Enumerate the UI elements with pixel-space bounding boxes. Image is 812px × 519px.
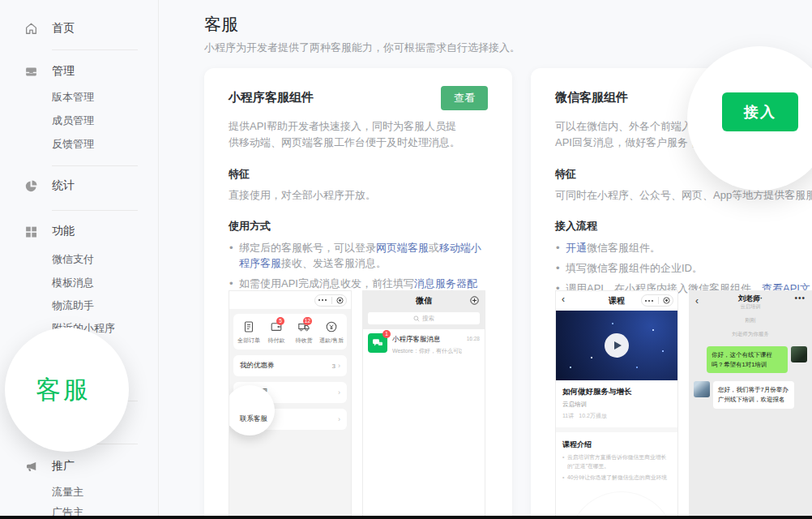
card-miniprogram-service: 小程序客服组件 查看 提供API帮助开发者快速接入，同时为客服人员提 供移动端、… — [204, 68, 512, 519]
usage-heading: 使用方式 — [229, 219, 488, 234]
visitor-bubble: 你好，这个有线下课程吗？希望有1对1培训 — [707, 346, 788, 373]
features-text: 直接使用，对全部小程序开放。 — [229, 188, 488, 203]
sidebar-item-template-message[interactable]: 模板消息 — [52, 275, 94, 291]
pie-chart-icon — [24, 179, 38, 193]
action-all-orders: 全部订单 — [235, 320, 263, 345]
card-title: 微信客服组件 — [555, 86, 628, 105]
service-message-avatar: 1 — [368, 333, 387, 353]
agent-bubble: 您好，我们将于7月份举办广州线下培训，欢迎报名 — [713, 381, 794, 408]
mock-course-screenshot: ‹ 课程 如何做好服务与增长 — [555, 290, 678, 519]
sidebar-item-traffic-owner[interactable]: 流量主 — [52, 484, 83, 500]
action-to-receive: 12 待收货 — [290, 320, 318, 345]
sidebar-item-home[interactable]: 首页 — [0, 19, 75, 37]
close-capsule-icon — [663, 297, 670, 304]
join-button[interactable]: 接入 — [722, 92, 798, 131]
course-intro-bullet: 云启培训官方直播告诉你微信里商业增长的“正道”在哪里。 — [556, 453, 677, 470]
course-intro-bullet: 40分钟让你迅速了解微信生态的商业环境 — [556, 474, 677, 483]
sidebar-item-promotion[interactable]: 推广 — [0, 457, 75, 475]
badge: 5 — [276, 317, 284, 325]
chat-time: 16:28 — [467, 336, 480, 355]
add-icon — [470, 296, 479, 305]
list-item-coupons: 我的优惠券 3› — [233, 355, 347, 376]
flow-item: 填写微信客服组件的企业ID。 — [555, 260, 812, 276]
mock-orders-screenshot: 全部订单 5 待付款 12 待收货 — [229, 290, 352, 519]
megaphone-icon — [24, 460, 38, 474]
sidebar-item-features[interactable]: 功能 — [0, 222, 75, 240]
page-subtitle: 小程序为开发者提供了两种客服能力，你可根据需求自行选择接入。 — [204, 41, 520, 55]
more-icon: ••• — [794, 294, 806, 302]
flow-item: 开通微信客服组件。 — [555, 240, 812, 255]
more-dots-icon — [318, 298, 327, 302]
open-service-link[interactable]: 开通 — [566, 242, 587, 254]
visitor-avatar — [791, 346, 807, 362]
page-title: 客服 — [204, 13, 238, 36]
card-description: 提供API帮助开发者快速接入，同时为客服人员提 供移动端、网页端客服工作台便于及… — [229, 118, 488, 151]
sidebar-item-label: 统计 — [52, 178, 75, 193]
back-icon: ‹ — [695, 295, 699, 307]
flow-heading: 接入流程 — [555, 219, 812, 234]
card-title: 小程序客服组件 — [229, 86, 314, 105]
sidebar: 首页 管理 版本管理 成员管理 反馈管理 统计 功能 微信支付 模板消息 物流助… — [0, 0, 159, 519]
sidebar-item-customer-service[interactable]: 客服 — [36, 373, 91, 407]
view-button[interactable]: 查看 — [441, 86, 488, 110]
close-capsule-icon — [336, 297, 344, 304]
sidebar-item-label: 首页 — [52, 21, 75, 36]
inbox-icon — [24, 65, 38, 79]
chevron-right-icon: › — [338, 362, 340, 370]
sidebar-divider — [52, 165, 138, 166]
mock-chat-screenshot: ‹ 刘老师· 云启培训 ••• 刚刚 刘老师为你服务 你好，这个有线下课程吗？希… — [689, 290, 812, 519]
agent-org: 云启培训 — [740, 303, 760, 311]
sidebar-item-label: 功能 — [52, 224, 75, 238]
course-header: ‹ 课程 — [556, 291, 677, 311]
features-text: 可同时在小程序、公众号、网页、App等地方提供客服服务。 — [555, 188, 812, 203]
search-icon — [413, 315, 420, 322]
sidebar-item-stats[interactable]: 统计 — [0, 177, 75, 195]
chevron-right-icon: › — [338, 388, 340, 397]
sidebar-item-feedback-manage[interactable]: 反馈管理 — [52, 136, 94, 152]
sidebar-item-version-manage[interactable]: 版本管理 — [52, 89, 94, 105]
video-thumbnail — [556, 311, 677, 380]
sidebar-item-wechat-pay[interactable]: 微信支付 — [52, 251, 94, 268]
sidebar-item-label: 推广 — [52, 459, 75, 474]
description-line: 供移动端、网页端客服工作台便于及时处理消息。 — [229, 135, 488, 151]
agent-avatar — [694, 381, 710, 397]
wechat-header: 微信 — [363, 291, 485, 311]
card-header: 小程序客服组件 查看 — [229, 86, 488, 112]
video-title: 如何做好服务与增长 — [562, 387, 671, 397]
wechat-title: 微信 — [416, 295, 432, 307]
order-list-icon — [242, 320, 255, 333]
chat-list: 1 小程序客服消息 Westore：你好，有什么可以帮您? 16:28 — [363, 329, 485, 519]
course-nav-title: 课程 — [609, 295, 625, 307]
sidebar-divider — [52, 49, 138, 50]
description-line: 提供API帮助开发者快速接入，同时为客服人员提 — [229, 118, 488, 135]
service-notice: 刘老师为你服务 — [690, 331, 811, 338]
sidebar-item-member-manage[interactable]: 成员管理 — [52, 113, 94, 129]
agent-name: 刘老师· — [738, 294, 763, 303]
action-to-pay: 5 待付款 — [263, 320, 290, 345]
mock-titlebar — [229, 291, 351, 309]
action-refund: 退款/售后 — [318, 320, 345, 345]
chat-header: ‹ 刘老师· 云启培训 ••• — [690, 291, 811, 314]
play-button-icon — [605, 333, 629, 358]
sidebar-item-manage[interactable]: 管理 — [0, 62, 75, 80]
order-actions-card: 全部订单 5 待付款 12 待收货 — [233, 314, 347, 350]
message-row-agent: 您好，我们将于7月份举办广州线下培训，欢迎报名 — [690, 381, 811, 408]
more-dots-icon — [644, 299, 654, 302]
sidebar-item-label: 管理 — [52, 64, 75, 79]
sidebar-item-logistics[interactable]: 物流助手 — [52, 298, 94, 314]
chat-bubbles-icon — [371, 337, 384, 350]
screenshots-row: 全部订单 5 待付款 12 待收货 — [229, 290, 485, 519]
chat-name: 小程序客服消息 — [392, 335, 462, 345]
chevron-right-icon: › — [338, 415, 340, 423]
back-icon: ‹ — [562, 294, 565, 305]
course-intro-heading: 课程介绍 — [556, 432, 677, 450]
chat-timestamp: 刚刚 — [690, 317, 811, 324]
usage-item: 绑定后的客服帐号，可以登录网页端客服或移动端小程序客服接收、发送客服消息。 — [229, 240, 488, 271]
mock-wechat-list-screenshot: 微信 搜索 1 — [362, 290, 485, 519]
miniprogram-capsule — [314, 294, 347, 307]
course-meta: 11讲10.2万播放 — [562, 412, 671, 420]
chat-preview: Westore：你好，有什么可以帮您? — [392, 347, 462, 355]
web-cs-link[interactable]: 网页端客服 — [376, 242, 429, 254]
miniprogram-capsule — [641, 294, 673, 307]
window-bottom-edge — [0, 516, 812, 519]
